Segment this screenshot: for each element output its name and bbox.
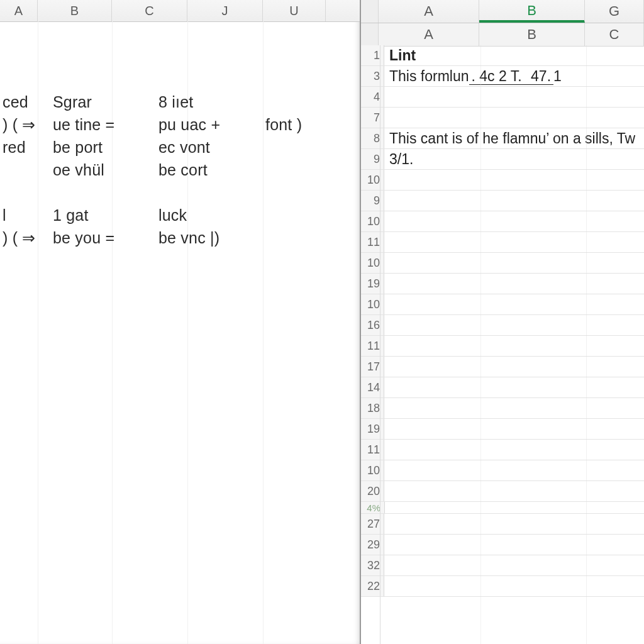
- table-row: 29: [361, 535, 644, 555]
- left-worksheet-pane[interactable]: A B C J U cedSgrar8 iıet ) ( ⇒ue tine =p…: [0, 0, 361, 644]
- table-row: 14: [361, 377, 644, 398]
- col-header-a[interactable]: A: [0, 0, 38, 21]
- table-row: 19: [361, 274, 644, 294]
- row-header[interactable]: 27: [361, 514, 384, 534]
- cell[interactable]: This formlun. 4c 2 T. 47.1: [384, 68, 562, 85]
- table-row: 9: [361, 191, 644, 211]
- cell[interactable]: 3/1.: [384, 151, 413, 168]
- row-header[interactable]: 11: [361, 336, 384, 356]
- table-row: l1 gatluck: [0, 204, 360, 226]
- col-header-j[interactable]: J: [187, 0, 263, 21]
- table-row: 1 Lint: [361, 45, 644, 66]
- col-header-b-top[interactable]: B: [479, 0, 585, 23]
- row-header[interactable]: 9: [361, 149, 384, 169]
- table-row: 10: [361, 253, 644, 274]
- row-header[interactable]: 17: [361, 357, 384, 377]
- col-header-a-sub[interactable]: A: [379, 23, 479, 46]
- col-header-a-top[interactable]: A: [379, 0, 479, 23]
- cell[interactable]: This cant is of he flamnu’ on a sills, T…: [384, 130, 635, 147]
- row-header[interactable]: 10: [361, 294, 384, 314]
- table-row: 4: [361, 87, 644, 108]
- row-header[interactable]: 1: [361, 45, 384, 65]
- right-column-header-bar-top[interactable]: A B G: [361, 0, 644, 23]
- table-row: 18: [361, 398, 644, 419]
- cell[interactable]: Lint: [384, 47, 416, 64]
- table-row: 16: [361, 315, 644, 336]
- col-header-b-sub[interactable]: B: [479, 23, 585, 46]
- table-row: ) ( ⇒be you =be vnc |): [0, 226, 360, 249]
- row-header[interactable]: 18: [361, 398, 384, 418]
- row-header[interactable]: 3: [361, 66, 384, 86]
- table-row: 9 3/1.: [361, 149, 644, 170]
- row-header[interactable]: 14: [361, 377, 384, 397]
- table-row: ) ( ⇒ue tine =pu uac +font ): [0, 113, 360, 136]
- row-header[interactable]: 10: [361, 253, 384, 273]
- table-row: 10: [361, 294, 644, 315]
- row-header[interactable]: 29: [361, 535, 384, 555]
- row-header[interactable]: 4: [361, 87, 384, 107]
- table-row: 11: [361, 336, 644, 357]
- table-row: 8 This cant is of he flamnu’ on a sills,…: [361, 128, 644, 149]
- table-row: 4%: [361, 502, 644, 514]
- row-header[interactable]: 10: [361, 460, 384, 480]
- left-column-header-bar[interactable]: A B C J U: [0, 0, 360, 22]
- table-row: 27: [361, 514, 644, 535]
- row-header[interactable]: 7: [361, 108, 384, 128]
- row-header[interactable]: 9: [361, 191, 384, 211]
- table-row: 19: [361, 419, 644, 440]
- col-header-b[interactable]: B: [38, 0, 112, 21]
- underlined-segment: 47.: [525, 68, 553, 85]
- table-row: 17: [361, 357, 644, 377]
- table-row: 32: [361, 555, 644, 576]
- right-worksheet-pane[interactable]: A B G A B C 1 Lint 3: [361, 0, 644, 644]
- select-all-corner-2[interactable]: [361, 23, 379, 46]
- row-header[interactable]: 11: [361, 232, 384, 252]
- table-row: 11: [361, 440, 644, 460]
- row-header[interactable]: 10: [361, 211, 384, 231]
- table-row: 11: [361, 232, 644, 253]
- table-row: 22: [361, 576, 644, 597]
- table-row: 10: [361, 460, 644, 481]
- row-header[interactable]: 10: [361, 170, 384, 190]
- table-row: 20: [361, 481, 644, 502]
- row-header[interactable]: 8: [361, 128, 384, 148]
- right-grid-area[interactable]: 1 Lint 3 This formlun. 4c 2 T. 47.1 4 7 …: [361, 45, 644, 644]
- right-column-header-bar-sub[interactable]: A B C: [361, 23, 644, 47]
- row-header[interactable]: 11: [361, 440, 384, 460]
- table-row: 7: [361, 108, 644, 128]
- row-header[interactable]: 32: [361, 555, 384, 575]
- col-header-g-top[interactable]: G: [585, 0, 644, 23]
- row-header[interactable]: 19: [361, 419, 384, 439]
- left-cell-content: cedSgrar8 iıet ) ( ⇒ue tine =pu uac +fon…: [0, 91, 360, 249]
- col-header-c[interactable]: C: [112, 0, 187, 21]
- table-row: 3 This formlun. 4c 2 T. 47.1: [361, 66, 644, 87]
- col-header-u[interactable]: U: [263, 0, 326, 21]
- table-row: oe vhülbe cort: [0, 158, 360, 181]
- underlined-segment: . 4c 2 T.: [469, 68, 525, 85]
- row-header[interactable]: 16: [361, 315, 384, 335]
- table-row: cedSgrar8 iıet: [0, 91, 360, 113]
- col-header-c-sub[interactable]: C: [585, 23, 644, 46]
- split-spreadsheet-view: A B C J U cedSgrar8 iıet ) ( ⇒ue tine =p…: [0, 0, 644, 644]
- select-all-corner[interactable]: [361, 0, 379, 23]
- row-header[interactable]: 22: [361, 576, 384, 596]
- row-header[interactable]: 4%: [361, 502, 385, 513]
- row-header[interactable]: 20: [361, 481, 384, 501]
- table-row: redbe portec vont: [0, 136, 360, 158]
- row-header[interactable]: 19: [361, 274, 384, 294]
- table-row: 10: [361, 170, 644, 191]
- table-row: 10: [361, 211, 644, 232]
- left-grid-area[interactable]: cedSgrar8 iıet ) ( ⇒ue tine =pu uac +fon…: [0, 21, 360, 644]
